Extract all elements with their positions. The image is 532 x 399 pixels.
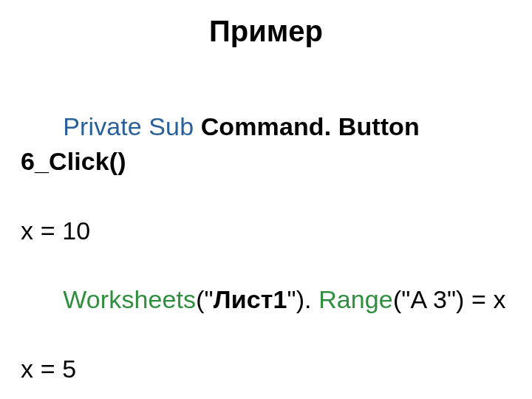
code-line-1: Private Sub Command. Button 6_Click()	[21, 75, 511, 214]
code-line-5: Worksheets("Лист1"). Cells(5, 1) = x	[21, 386, 511, 399]
paren-close: ").	[287, 285, 319, 313]
paren-open: ("	[196, 285, 214, 313]
keyword-private-sub: Private Sub	[63, 112, 194, 140]
range-args: ("A 3") = x	[393, 285, 506, 313]
code-line-4: x = 5	[21, 352, 511, 386]
slide-title: Пример	[21, 15, 511, 48]
keyword-worksheets: Worksheets	[63, 285, 196, 313]
slide: Пример Private Sub Command. Button 6_Cli…	[0, 0, 532, 399]
code-block: Private Sub Command. Button 6_Click() x …	[21, 75, 511, 399]
keyword-range: Range	[318, 285, 393, 313]
code-line-2: x = 10	[21, 214, 511, 248]
code-line-3: Worksheets("Лист1"). Range("A 3") = x	[21, 248, 511, 352]
sheet-name: Лист1	[214, 285, 287, 313]
space	[194, 112, 201, 140]
